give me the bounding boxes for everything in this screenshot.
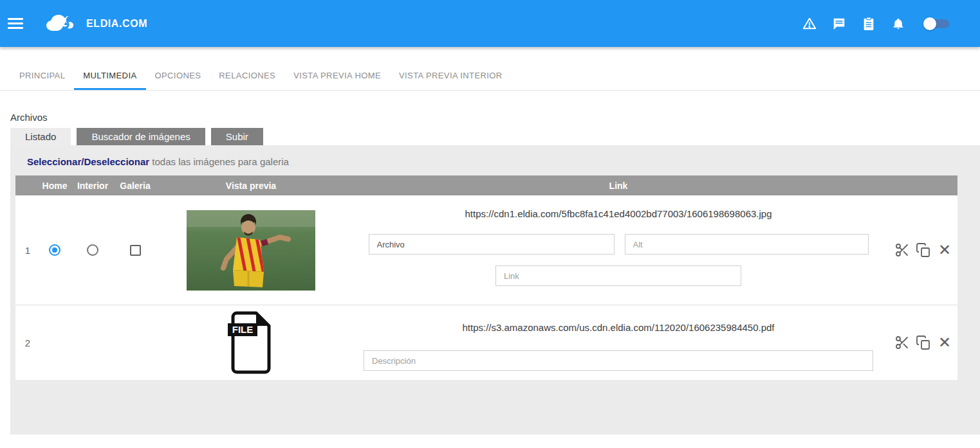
table-row-file: 2 FILE https://s3.amazonaws.com/us.cdn.e… bbox=[15, 305, 957, 380]
subtab-buscador-imagenes[interactable]: Buscador de imágenes bbox=[77, 128, 205, 145]
alt-input[interactable] bbox=[625, 234, 869, 255]
theme-toggle[interactable] bbox=[923, 17, 950, 31]
image-preview bbox=[154, 210, 347, 291]
svg-text:FILE: FILE bbox=[232, 324, 254, 335]
archivos-subtabs: Listado Buscador de imágenes Subir bbox=[10, 128, 980, 145]
clipboard-icon[interactable] bbox=[862, 17, 876, 31]
delete-icon[interactable]: ✕ bbox=[936, 334, 953, 351]
cloud-logo-icon bbox=[44, 12, 77, 36]
file-preview: FILE bbox=[154, 310, 347, 375]
appbar-actions bbox=[802, 17, 950, 31]
interior-radio[interactable] bbox=[87, 244, 98, 256]
row-actions: ✕ bbox=[889, 334, 957, 351]
subtab-listado[interactable]: Listado bbox=[10, 128, 71, 145]
row-actions: ✕ bbox=[889, 242, 957, 258]
col-header-vista-previa: Vista previa bbox=[154, 181, 347, 191]
subtab-subir[interactable]: Subir bbox=[211, 128, 263, 145]
col-header-galeria: Galeria bbox=[116, 181, 154, 191]
tab-principal[interactable]: PRINCIPAL bbox=[10, 62, 74, 90]
home-radio[interactable] bbox=[49, 244, 60, 256]
select-deselect-link[interactable]: Seleccionar/Deseleccionar bbox=[27, 156, 149, 167]
image-url: https://cdn1.eldia.com/5fbc8fa1c41ed4002… bbox=[465, 208, 772, 219]
copy-icon[interactable] bbox=[915, 334, 932, 351]
link-input[interactable] bbox=[495, 265, 741, 286]
alert-triangle-icon[interactable] bbox=[802, 17, 817, 31]
row-index: 2 bbox=[15, 337, 40, 348]
select-all-text: todas las imágenes para galeria bbox=[149, 156, 289, 167]
delete-icon[interactable]: ✕ bbox=[936, 242, 953, 258]
files-panel: Seleccionar/Deseleccionar todas las imág… bbox=[10, 145, 980, 435]
file-url: https://s3.amazonaws.com/us.cdn.eldia.co… bbox=[462, 322, 774, 333]
select-all-line: Seleccionar/Deseleccionar todas las imág… bbox=[15, 145, 957, 175]
link-column: https://cdn1.eldia.com/5fbc8fa1c41ed4002… bbox=[347, 195, 889, 305]
tab-vista-previa-interior[interactable]: VISTA PREVIA INTERIOR bbox=[390, 62, 512, 90]
row-index: 1 bbox=[15, 245, 40, 256]
soccer-player-photo bbox=[187, 210, 315, 291]
col-header-link: Link bbox=[347, 181, 889, 191]
col-header-interior: Interior bbox=[69, 181, 116, 191]
brand-title: ELDIA.COM bbox=[86, 18, 147, 30]
hamburger-menu-icon[interactable] bbox=[8, 15, 23, 31]
file-icon: FILE bbox=[228, 310, 274, 375]
tab-multimedia[interactable]: MULTIMEDIA bbox=[74, 62, 145, 90]
files-table: Home Interior Galeria Vista previa Link … bbox=[15, 175, 957, 380]
tab-opciones[interactable]: OPCIONES bbox=[146, 62, 210, 90]
copy-icon[interactable] bbox=[915, 242, 932, 258]
archivo-input[interactable] bbox=[369, 234, 615, 255]
files-table-header: Home Interior Galeria Vista previa Link bbox=[15, 175, 957, 195]
bell-icon[interactable] bbox=[891, 17, 905, 31]
main-tab-bar: PRINCIPAL MULTIMEDIA OPCIONES RELACIONES… bbox=[0, 62, 980, 91]
galeria-checkbox[interactable] bbox=[130, 245, 141, 256]
archivos-section-title: Archivos bbox=[10, 112, 980, 123]
col-header-home: Home bbox=[40, 181, 69, 191]
chat-icon[interactable] bbox=[832, 17, 846, 31]
descripcion-input[interactable] bbox=[364, 350, 873, 371]
cut-icon[interactable] bbox=[894, 334, 911, 351]
tab-relaciones[interactable]: RELACIONES bbox=[210, 62, 284, 90]
tab-vista-previa-home[interactable]: VISTA PREVIA HOME bbox=[284, 62, 390, 90]
table-row-image: 1 bbox=[15, 195, 957, 305]
app-header: ELDIA.COM bbox=[0, 0, 980, 47]
cut-icon[interactable] bbox=[894, 242, 911, 258]
link-column: https://s3.amazonaws.com/us.cdn.eldia.co… bbox=[347, 305, 889, 380]
